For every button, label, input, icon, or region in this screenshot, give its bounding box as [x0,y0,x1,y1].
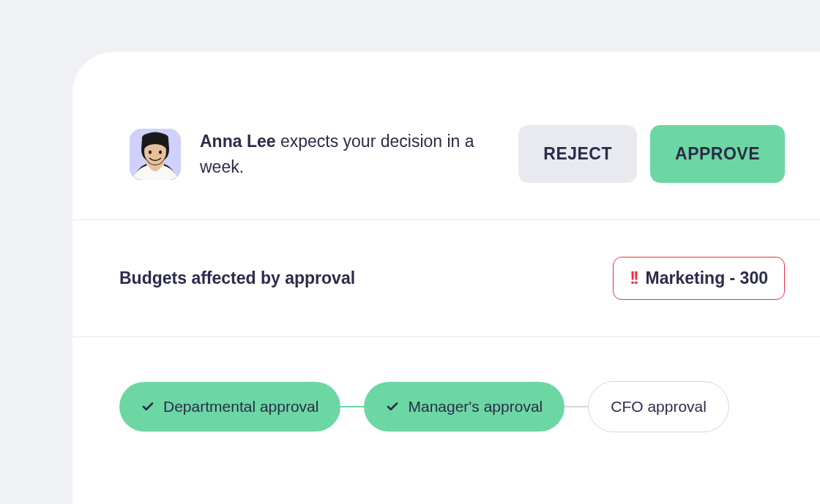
budget-row: Budgets affected by approval !! Marketin… [72,220,820,337]
budget-label: Budgets affected by approval [119,268,355,288]
budget-chip: !! Marketing - 300 [613,257,785,300]
svg-point-3 [159,150,162,154]
approval-flow: Departmental approval Manager's approval… [72,337,820,432]
check-icon [386,400,399,413]
action-buttons: REJECT APPROVE [518,125,785,183]
flow-step-departmental: Departmental approval [119,382,340,432]
avatar [130,129,181,180]
flow-step-cfo: CFO approval [588,381,729,432]
flow-step-label: Manager's approval [408,398,543,415]
flow-step-label: CFO approval [611,398,707,415]
approve-button[interactable]: APPROVE [650,125,785,183]
flow-step-label: Departmental approval [163,398,318,415]
flow-step-manager: Manager's approval [364,382,564,432]
reject-button[interactable]: REJECT [518,125,637,183]
decision-text: Anna Lee expects your decision in a week… [200,129,518,179]
approval-card: Anna Lee expects your decision in a week… [72,52,820,504]
header-row: Anna Lee expects your decision in a week… [72,52,820,220]
check-icon [141,400,154,413]
alert-icon: !! [630,268,636,288]
page-background: Anna Lee expects your decision in a week… [0,0,820,504]
budget-value: Marketing - 300 [646,268,768,288]
person-name: Anna Lee [200,132,276,151]
avatar-icon [130,129,181,180]
svg-point-2 [149,150,152,154]
flow-connector [564,406,588,407]
flow-connector [340,406,364,407]
